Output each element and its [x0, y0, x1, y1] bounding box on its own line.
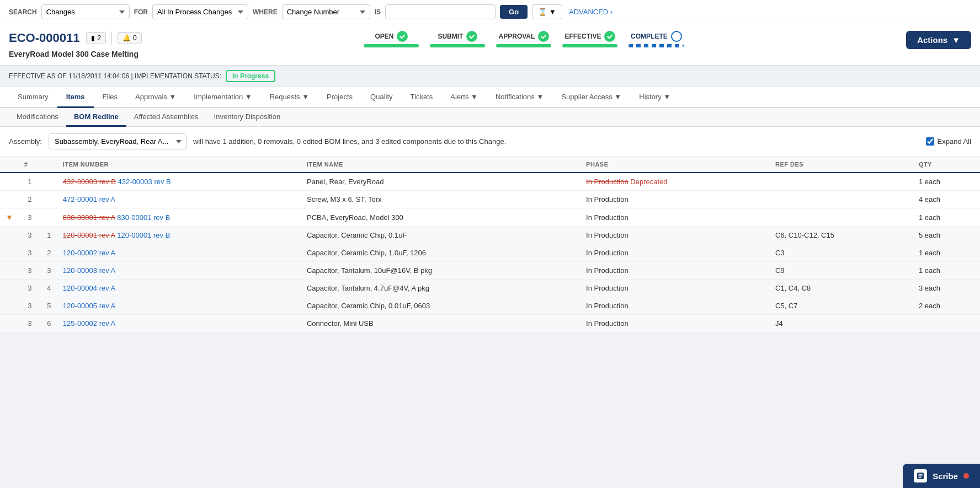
tab-items[interactable]: Items	[57, 87, 94, 108]
qty-cell: 1 each	[913, 262, 980, 280]
revisions-button[interactable]: ▮ 2	[86, 32, 106, 44]
item-number-new-link[interactable]: 120-00002 rev A	[63, 249, 115, 257]
item-number-cell: 125-00002 rev A	[57, 315, 301, 333]
item-number-new-link[interactable]: 432-00003 rev B	[118, 178, 171, 186]
sub-tab-modifications[interactable]: Modifications	[9, 108, 66, 127]
row-num: 3	[19, 297, 41, 315]
tab-alerts[interactable]: Alerts ▼	[441, 87, 487, 108]
item-name-cell: Connector, Mini USB	[301, 315, 580, 333]
item-number-old-link[interactable]: 432-00003 rev B	[63, 178, 116, 186]
tab-quality[interactable]: Quality	[361, 87, 401, 108]
col-header-phase: PHASE	[580, 157, 770, 173]
item-number-old-link[interactable]: 120-00001 rev A	[63, 231, 115, 239]
item-number-new-link[interactable]: 120-00005 rev A	[63, 302, 115, 310]
expand-cell	[0, 244, 19, 262]
sub-num: 3	[41, 262, 57, 280]
item-name-cell: Panel, Rear, EveryRoad	[301, 173, 580, 191]
in-progress-badge: In Progress	[226, 70, 275, 82]
where-label: WHERE	[253, 8, 278, 16]
sub-tabs: Modifications BOM Redline Affected Assem…	[0, 108, 980, 127]
item-number-new-link[interactable]: 830-00001 rev B	[117, 213, 170, 222]
phase-cell: In Production	[580, 280, 770, 297]
advanced-link[interactable]: ADVANCED ›	[569, 8, 612, 16]
tab-projects[interactable]: Projects	[318, 87, 361, 108]
sub-num: 6	[41, 315, 57, 333]
table-row: 34120-00004 rev ACapacitor, Tantalum, 4.…	[0, 280, 980, 297]
item-name-cell: Capacitor, Tantalum, 4.7uF@4V, A pkg	[301, 280, 580, 297]
table-header-row: # ITEM NUMBER ITEM NAME PHASE REF DES QT…	[0, 157, 980, 173]
sub-tab-inventory-disposition[interactable]: Inventory Disposition	[206, 108, 289, 127]
tab-approvals[interactable]: Approvals ▼	[126, 87, 185, 108]
search-history-button[interactable]: ⌛ ▼	[532, 4, 562, 19]
go-button[interactable]: Go	[500, 5, 528, 19]
bom-controls: Assembly: Subassembly, EveryRoad, Rear A…	[0, 127, 980, 157]
table-row: 36125-00002 rev AConnector, Mini USBIn P…	[0, 315, 980, 333]
tab-summary[interactable]: Summary	[9, 87, 57, 108]
actions-button[interactable]: Actions ▼	[906, 31, 971, 49]
effective-text: EFFECTIVE AS OF 11/18/2011 14:04:06 | IM…	[9, 72, 221, 80]
table-row: 32120-00002 rev ACapacitor, Ceramic Chip…	[0, 244, 980, 262]
item-number-cell: 120-00001 rev A 120-00001 rev B	[57, 227, 301, 244]
sub-tab-affected-assemblies[interactable]: Affected Assemblies	[126, 108, 206, 127]
row-num: 3	[19, 262, 41, 280]
qty-cell: 3 each	[913, 280, 980, 297]
sub-num	[41, 191, 57, 208]
tab-implementation[interactable]: Implementation ▼	[185, 87, 260, 108]
ref-des-cell	[770, 173, 913, 191]
expand-all-checkbox[interactable]	[926, 137, 934, 146]
col-header-qty: QTY	[913, 157, 980, 173]
step-effective: EFFECTIVE	[557, 31, 623, 47]
phase-cell: In Production	[580, 191, 770, 208]
search-type-select[interactable]: Changes	[41, 4, 130, 19]
tab-files[interactable]: Files	[94, 87, 126, 108]
item-number-cell: 120-00005 rev A	[57, 297, 301, 315]
expand-icon[interactable]: ▼	[6, 213, 13, 222]
history-arrow: ▼	[549, 8, 556, 16]
assembly-select[interactable]: Subassembly, EveryRoad, Rear A...	[49, 133, 187, 149]
sub-num	[41, 173, 57, 191]
item-number-new-link[interactable]: 120-00004 rev A	[63, 284, 115, 292]
step-open: OPEN	[358, 31, 424, 47]
tab-notifications[interactable]: Notifications ▼	[487, 87, 552, 108]
item-number-old-link[interactable]: 830-00001 rev A	[63, 213, 115, 222]
item-number-new-link[interactable]: 120-00001 rev B	[117, 231, 170, 239]
tab-requests[interactable]: Requests ▼	[261, 87, 318, 108]
expand-cell[interactable]: ▼	[0, 208, 19, 227]
ref-des-cell	[770, 191, 913, 208]
tab-supplier-access[interactable]: Supplier Access ▼	[552, 87, 630, 108]
item-name-cell: Screw, M3 x 6, ST, Torx	[301, 191, 580, 208]
tab-history[interactable]: History ▼	[630, 87, 679, 108]
actions-chevron-icon: ▼	[952, 35, 960, 45]
tab-tickets[interactable]: Tickets	[402, 87, 442, 108]
phase-cell: In Production	[580, 244, 770, 262]
ref-des-cell: C1, C4, C8	[770, 280, 913, 297]
notifications-button[interactable]: 🔔 0	[118, 32, 142, 44]
col-header-item-name: ITEM NAME	[301, 157, 580, 173]
item-name-cell: PCBA, EveryRoad, Model 300	[301, 208, 580, 227]
item-number-cell: 830-00001 rev A 830-00001 rev B	[57, 208, 301, 227]
search-input[interactable]	[385, 4, 496, 19]
where-select[interactable]: Change Number	[282, 4, 370, 19]
ref-des-cell	[770, 208, 913, 227]
phase-cell: In Production	[580, 227, 770, 244]
table-row: 1432-00003 rev B 432-00003 rev BPanel, R…	[0, 173, 980, 191]
phase-deprecated-label: Deprecated	[629, 178, 668, 186]
effective-row: EFFECTIVE AS OF 11/18/2011 14:04:06 | IM…	[0, 66, 980, 87]
row-num: 3	[19, 208, 41, 227]
sub-num: 5	[41, 297, 57, 315]
for-label: FOR	[134, 8, 148, 16]
bom-description: will have 1 addition, 0 removals, 0 edit…	[193, 137, 919, 146]
for-select[interactable]: All In Process Changes	[152, 4, 248, 19]
item-number-new-link[interactable]: 472-00001 rev A	[63, 195, 115, 203]
expand-all-label[interactable]: Expand All	[926, 137, 971, 146]
status-steps: OPEN SUBMIT AP	[164, 31, 884, 47]
main-tabs: Summary Items Files Approvals ▼ Implemen…	[0, 87, 980, 108]
sub-tab-bom-redline[interactable]: BOM Redline	[66, 108, 126, 127]
sub-num: 2	[41, 244, 57, 262]
table-row: 2472-00001 rev AScrew, M3 x 6, ST, TorxI…	[0, 191, 980, 208]
item-number-new-link[interactable]: 125-00002 rev A	[63, 319, 115, 328]
item-number-new-link[interactable]: 120-00003 rev A	[63, 266, 115, 275]
phase-cell: In Production	[580, 297, 770, 315]
search-label: SEARCH	[9, 8, 37, 16]
col-header-num: #	[19, 157, 41, 173]
